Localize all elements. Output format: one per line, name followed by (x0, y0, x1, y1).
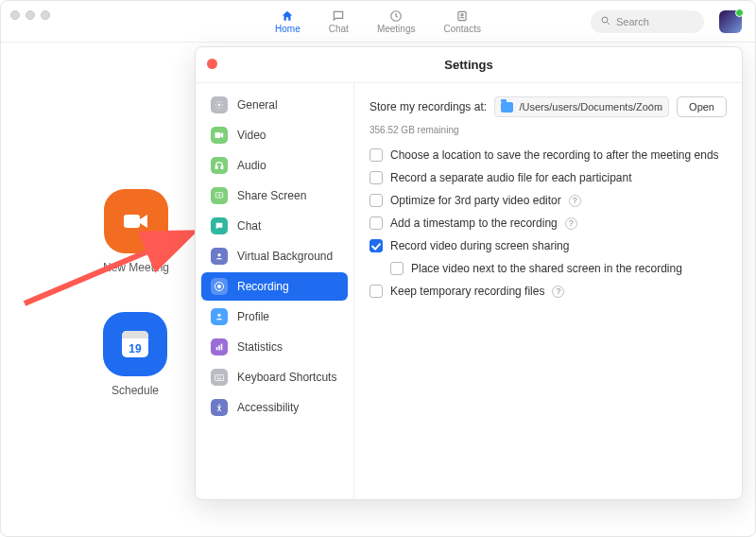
virtual-background-icon (211, 248, 228, 265)
sidebar-item-share-screen[interactable]: Share Screen (201, 182, 348, 210)
sidebar-item-audio[interactable]: Audio (201, 151, 348, 180)
svg-rect-16 (218, 345, 220, 350)
search-placeholder: Search (616, 16, 649, 27)
store-recordings-label: Store my recordings at: (369, 100, 487, 113)
folder-icon (501, 102, 513, 113)
chat-icon (332, 9, 345, 24)
record-icon (211, 278, 228, 295)
svg-point-11 (217, 253, 220, 256)
checkbox[interactable] (369, 171, 383, 184)
option-label: Keep temporary recording files (390, 285, 544, 298)
sidebar-item-label: Recording (237, 280, 289, 293)
option-record-during-share[interactable]: Record video during screen sharing (369, 239, 727, 252)
headphones-icon (211, 157, 228, 174)
open-button[interactable]: Open (677, 96, 727, 117)
contacts-icon (455, 9, 469, 24)
statistics-icon (211, 338, 228, 355)
help-icon[interactable]: ? (552, 286, 564, 298)
sidebar-item-label: Accessibility (237, 401, 299, 414)
sidebar-item-label: Video (237, 129, 266, 142)
recording-path-select[interactable]: /Users/users/Documents/Zoom ⌃⌄ (494, 96, 669, 117)
svg-rect-20 (217, 375, 218, 376)
settings-title: Settings (444, 58, 492, 72)
recording-path-value: /Users/users/Documents/Zoom (519, 101, 662, 113)
accessibility-icon (211, 399, 228, 416)
nav-chat-label: Chat (329, 24, 349, 34)
svg-rect-18 (215, 374, 223, 380)
checkbox[interactable] (369, 217, 383, 230)
keyboard-icon (211, 369, 228, 386)
svg-point-6 (218, 104, 221, 107)
chat-bubble-icon (211, 217, 228, 234)
svg-rect-21 (219, 375, 220, 376)
new-meeting-label: New Meeting (103, 261, 169, 274)
share-screen-icon (211, 187, 228, 204)
sidebar-item-label: Statistics (237, 340, 283, 354)
settings-modal: Settings General Video Audio Share S (195, 46, 743, 500)
chevron-updown-icon: ⌃⌄ (647, 102, 662, 113)
nav-contacts[interactable]: Contacts (443, 9, 480, 34)
sidebar-item-general[interactable]: General (201, 91, 348, 119)
profile-icon (211, 308, 228, 325)
sidebar-item-accessibility[interactable]: Accessibility (201, 393, 348, 422)
home-tile-new-meeting[interactable]: New Meeting (103, 189, 169, 274)
close-icon[interactable] (207, 59, 217, 69)
gear-icon (211, 96, 228, 113)
option-separate-audio[interactable]: Record a separate audio file for each pa… (369, 171, 727, 184)
settings-header: Settings (196, 47, 742, 83)
avatar[interactable] (719, 10, 742, 33)
checkbox[interactable] (390, 262, 404, 275)
disk-remaining: 356.52 GB remaining (369, 125, 727, 135)
svg-point-3 (602, 17, 608, 23)
checkbox[interactable] (369, 194, 383, 207)
nav-home[interactable]: Home (275, 9, 301, 34)
calendar-icon: 19 (103, 312, 167, 376)
svg-rect-19 (216, 375, 217, 376)
sidebar-item-recording[interactable]: Recording (201, 272, 348, 301)
nav-chat[interactable]: Chat (329, 9, 349, 34)
checkbox[interactable] (369, 285, 383, 298)
option-place-video-next[interactable]: Place video next to the shared screen in… (390, 262, 727, 275)
nav-home-label: Home (275, 24, 301, 34)
zoom-main-window: Home Chat Meetings Contacts (0, 0, 756, 537)
search-input[interactable]: Search (591, 10, 704, 33)
sidebar-item-profile[interactable]: Profile (201, 303, 348, 331)
svg-point-13 (217, 285, 221, 288)
checkbox[interactable] (369, 148, 383, 162)
nav-meetings[interactable]: Meetings (377, 9, 416, 34)
help-icon[interactable]: ? (569, 195, 581, 207)
option-label: Add a timestamp to the recording (390, 217, 558, 230)
svg-rect-17 (221, 344, 223, 351)
sidebar-item-video[interactable]: Video (201, 121, 348, 149)
nav-meetings-label: Meetings (377, 24, 416, 34)
settings-content: Store my recordings at: /Users/users/Doc… (354, 83, 742, 499)
sidebar-item-keyboard-shortcuts[interactable]: Keyboard Shortcuts (201, 363, 348, 391)
option-label: Choose a location to save the recording … (390, 148, 719, 162)
svg-rect-15 (216, 347, 218, 350)
svg-point-14 (217, 314, 220, 317)
sidebar-item-label: General (237, 98, 278, 112)
svg-rect-9 (221, 166, 223, 169)
settings-body: General Video Audio Share Screen Chat (196, 83, 742, 499)
option-keep-temp-files[interactable]: Keep temporary recording files ? (369, 285, 727, 298)
nav-items: Home Chat Meetings Contacts (275, 9, 481, 34)
help-icon[interactable]: ? (565, 217, 577, 230)
sidebar-item-statistics[interactable]: Statistics (201, 333, 348, 361)
sidebar-item-label: Virtual Background (237, 250, 333, 263)
svg-point-2 (461, 14, 463, 16)
sidebar-item-label: Profile (237, 310, 269, 323)
option-label: Place video next to the shared screen in… (411, 262, 682, 275)
option-label: Record a separate audio file for each pa… (390, 171, 632, 184)
option-choose-location[interactable]: Choose a location to save the recording … (369, 148, 727, 162)
home-tile-schedule[interactable]: 19 Schedule (103, 312, 167, 397)
sidebar-item-virtual-background[interactable]: Virtual Background (201, 242, 348, 270)
checkbox[interactable] (369, 239, 383, 252)
option-optimize-3rd-party[interactable]: Optimize for 3rd party video editor ? (369, 194, 727, 207)
sidebar-item-label: Chat (237, 219, 261, 233)
clock-icon (389, 9, 403, 24)
svg-rect-22 (217, 377, 222, 378)
settings-sidebar: General Video Audio Share Screen Chat (196, 83, 354, 499)
sidebar-item-chat[interactable]: Chat (201, 212, 348, 240)
option-add-timestamp[interactable]: Add a timestamp to the recording ? (369, 217, 727, 230)
svg-point-23 (218, 404, 220, 406)
